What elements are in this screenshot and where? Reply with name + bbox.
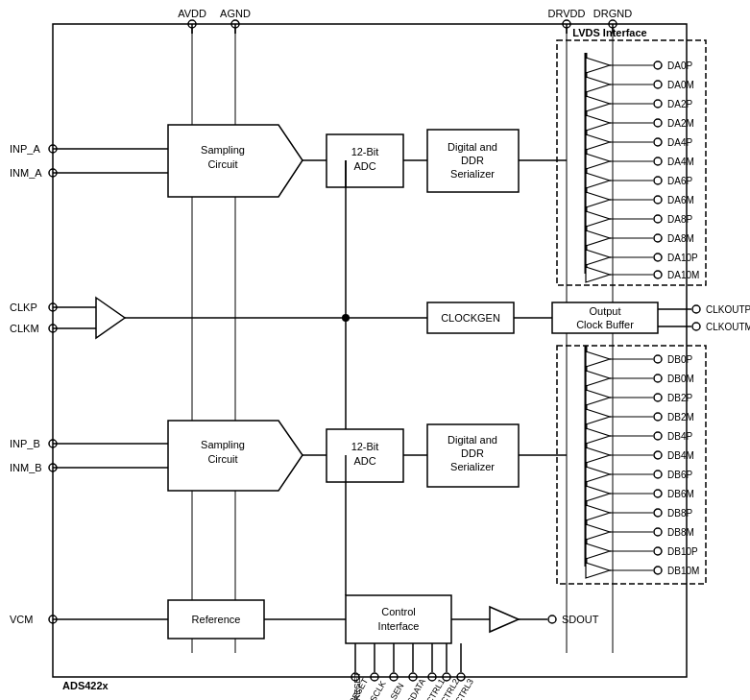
svg-marker-52 <box>586 230 610 246</box>
chip-name-label: ADS422x <box>62 680 109 691</box>
svg-point-60 <box>654 271 662 278</box>
svg-point-96 <box>654 374 662 382</box>
da8p-label: DA8P <box>667 214 692 225</box>
reference-label: Reference <box>192 614 241 625</box>
svg-marker-121 <box>586 543 610 559</box>
svg-point-102 <box>654 413 662 421</box>
sampling-circuit-b-label2: Circuit <box>207 453 237 465</box>
da4p-label: DA4P <box>667 137 692 148</box>
inp-b-label: INP_B <box>10 438 40 449</box>
adc-a-label2: ADC <box>353 160 375 172</box>
clkp-label: CLKP <box>10 302 37 313</box>
svg-marker-37 <box>586 134 610 150</box>
svg-marker-58 <box>586 267 610 282</box>
svg-marker-112 <box>586 486 610 501</box>
svg-point-120 <box>654 528 662 536</box>
svg-point-114 <box>654 490 662 497</box>
db10p-label: DB10P <box>667 546 698 557</box>
drgnd-label: DRGND <box>593 8 632 19</box>
da2m-label: DA2M <box>667 118 694 129</box>
svg-point-93 <box>654 355 662 363</box>
svg-marker-91 <box>586 351 610 367</box>
da6m-label: DA6M <box>667 195 694 205</box>
svg-point-39 <box>654 138 662 146</box>
svg-point-36 <box>654 119 662 127</box>
svg-point-30 <box>654 81 662 88</box>
svg-marker-43 <box>586 173 610 188</box>
sampling-circuit-b-label: Sampling <box>201 439 245 450</box>
inm-a-label: INM_A <box>10 167 42 179</box>
svg-marker-65 <box>96 298 125 338</box>
svg-marker-134 <box>490 607 519 632</box>
svg-marker-28 <box>586 77 610 92</box>
da0p-label: DA0P <box>667 60 692 71</box>
inp-a-label: INP_A <box>10 143 40 155</box>
sen-pin-label: SEN <box>389 681 406 700</box>
sampling-circuit-a-label2: Circuit <box>207 158 237 170</box>
db10m-label: DB10M <box>667 566 699 576</box>
inm-b-label: INM_B <box>10 462 42 473</box>
svg-marker-46 <box>586 192 610 207</box>
drvdd-label: DRVDD <box>548 8 586 19</box>
vcm-label: VCM <box>10 614 33 625</box>
serializer-a-label2: DDR <box>461 155 484 166</box>
svg-point-126 <box>654 567 662 574</box>
svg-marker-100 <box>586 409 610 424</box>
svg-point-73 <box>692 305 700 313</box>
clkoutp-label: CLKOUTP <box>706 304 750 315</box>
serializer-b-label2: DDR <box>461 447 484 459</box>
clock-buffer-label: Output <box>589 305 620 317</box>
svg-marker-49 <box>586 211 610 227</box>
svg-point-105 <box>654 432 662 440</box>
svg-point-111 <box>654 471 662 478</box>
svg-marker-103 <box>586 428 610 444</box>
avdd-label: AVDD <box>178 8 206 19</box>
svg-point-108 <box>654 451 662 459</box>
clkoutm-label: CLKOUTM <box>706 322 750 332</box>
db6p-label: DB6P <box>667 470 692 480</box>
svg-marker-118 <box>586 524 610 540</box>
svg-point-51 <box>654 215 662 223</box>
svg-marker-109 <box>586 467 610 482</box>
serializer-b-label3: Serializer <box>450 461 495 472</box>
da6p-label: DA6P <box>667 176 692 186</box>
serializer-a-label3: Serializer <box>450 168 495 180</box>
svg-marker-31 <box>586 96 610 111</box>
adc-b-label2: ADC <box>353 455 375 467</box>
svg-point-75 <box>692 323 700 330</box>
svg-point-48 <box>654 196 662 204</box>
svg-marker-106 <box>586 447 610 463</box>
db2p-label: DB2P <box>667 393 692 403</box>
svg-point-136 <box>548 616 556 623</box>
db8m-label: DB8M <box>667 527 694 538</box>
svg-point-99 <box>654 394 662 401</box>
serializer-a-label: Digital and <box>448 141 497 153</box>
svg-point-42 <box>654 157 662 165</box>
db0p-label: DB0P <box>667 354 692 365</box>
da10m-label: DA10M <box>667 270 699 280</box>
db0m-label: DB0M <box>667 374 694 384</box>
da2p-label: DA2P <box>667 99 692 109</box>
svg-marker-34 <box>586 115 610 131</box>
sdata-pin-label: SDATA <box>405 677 427 700</box>
da10p-label: DA10P <box>667 253 698 263</box>
db2m-label: DB2M <box>667 412 694 422</box>
sdout-label: SDOUT <box>562 614 599 625</box>
da0m-label: DA0M <box>667 80 694 90</box>
da8m-label: DA8M <box>667 233 694 244</box>
svg-point-54 <box>654 234 662 242</box>
svg-marker-94 <box>586 371 610 386</box>
clock-buffer-label2: Clock Buffer <box>576 319 634 330</box>
control-interface-label: Control <box>381 606 415 617</box>
adc-b-label: 12-Bit <box>351 441 379 452</box>
agnd-label: AGND <box>220 8 251 19</box>
adc-a-label: 12-Bit <box>351 146 379 157</box>
db4m-label: DB4M <box>667 450 694 461</box>
diagram-container: AVDD AGND DRVDD DRGND INP_A INM_A Sampli… <box>0 0 750 700</box>
control-interface-label2: Interface <box>378 620 420 632</box>
db8p-label: DB8P <box>667 508 692 519</box>
svg-marker-115 <box>586 505 610 520</box>
da4m-label: DA4M <box>667 157 694 167</box>
svg-marker-55 <box>586 250 610 265</box>
lvds-interface-label: LVDS Interface <box>572 27 646 38</box>
